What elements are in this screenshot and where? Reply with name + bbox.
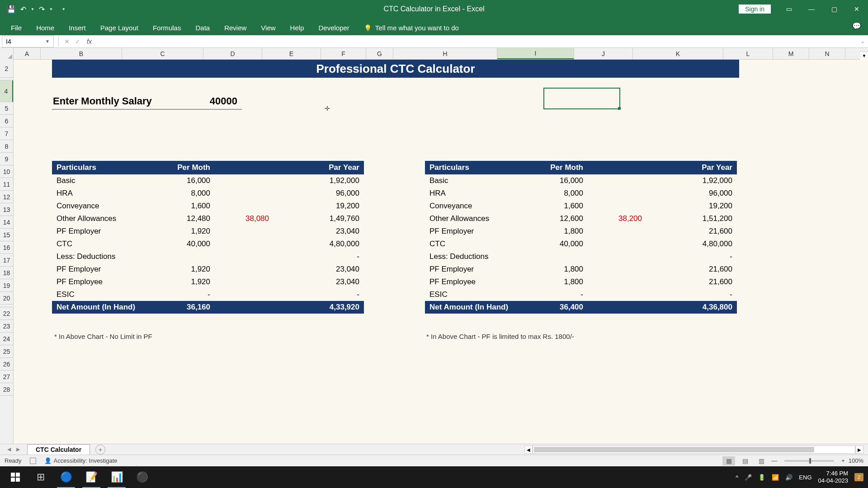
name-box[interactable]: I4 ▼ bbox=[2, 36, 54, 47]
row-header-6[interactable]: 6 bbox=[0, 115, 13, 127]
row-header-9[interactable]: 9 bbox=[0, 153, 13, 165]
formula-input[interactable] bbox=[95, 36, 857, 47]
cell-extra[interactable]: 38,080 bbox=[215, 212, 274, 225]
scroll-down-icon[interactable]: ▼ bbox=[860, 52, 868, 60]
cell-particular[interactable]: Basic bbox=[425, 174, 529, 187]
row-header-19[interactable]: 19 bbox=[0, 279, 13, 292]
undo-icon[interactable]: ↶ bbox=[20, 5, 26, 14]
cell-year[interactable]: 96,000 bbox=[646, 187, 737, 200]
cell-particular[interactable]: HRA bbox=[425, 187, 529, 200]
col-header-C[interactable]: C bbox=[122, 48, 203, 59]
zoom-level[interactable]: 100% bbox=[849, 457, 863, 464]
row-header-11[interactable]: 11 bbox=[0, 178, 13, 191]
cell-particular[interactable]: PF Employer bbox=[52, 263, 156, 276]
cell-year[interactable]: - bbox=[274, 250, 364, 263]
col-header-N[interactable]: N bbox=[809, 48, 845, 59]
sheet-nav-next-icon[interactable]: ▶ bbox=[14, 446, 23, 452]
cell-year[interactable]: 23,040 bbox=[274, 225, 364, 238]
sheet-content[interactable]: Professional CTC Calculator Enter Monthl… bbox=[14, 60, 868, 444]
col-header-H[interactable]: H bbox=[393, 48, 497, 59]
tab-home[interactable]: Home bbox=[29, 20, 61, 35]
row-header-10[interactable]: 10 bbox=[0, 165, 13, 178]
cell-month[interactable]: 1,800 bbox=[529, 263, 588, 276]
zoom-handle[interactable] bbox=[809, 458, 811, 464]
cell-year[interactable]: 1,49,760 bbox=[274, 212, 364, 225]
col-header-L[interactable]: L bbox=[723, 48, 773, 59]
cell-year[interactable]: 19,200 bbox=[274, 200, 364, 212]
select-all-button[interactable] bbox=[0, 48, 14, 60]
col-header-F[interactable]: F bbox=[321, 48, 366, 59]
cell-particular[interactable]: PF Employee bbox=[425, 276, 529, 288]
cell-year[interactable]: 23,040 bbox=[274, 263, 364, 276]
cell-particular[interactable]: CTC bbox=[425, 238, 529, 250]
notification-icon[interactable]: 2 bbox=[854, 473, 863, 481]
cell-particular[interactable]: ESIC bbox=[52, 288, 156, 301]
cell-month[interactable]: 40,000 bbox=[529, 238, 588, 250]
row-header-28[interactable]: 28 bbox=[0, 383, 13, 396]
zoom-slider[interactable] bbox=[784, 460, 834, 462]
cell-particular[interactable]: Less: Deductions bbox=[425, 250, 529, 263]
cell-month[interactable]: 1,920 bbox=[156, 263, 215, 276]
cell-particular[interactable]: Other Allowances bbox=[425, 212, 529, 225]
cell-extra[interactable] bbox=[588, 225, 646, 238]
task-view-icon[interactable]: ⊞ bbox=[28, 466, 53, 488]
scroll-left-icon[interactable]: ◀ bbox=[524, 446, 533, 454]
fx-icon[interactable]: fx bbox=[83, 38, 95, 45]
row-header-14[interactable]: 14 bbox=[0, 216, 13, 229]
cell-particular[interactable]: PF Employee bbox=[52, 276, 156, 288]
cell-particular[interactable]: PF Employer bbox=[425, 263, 529, 276]
tab-review[interactable]: Review bbox=[217, 20, 254, 35]
undo-dropdown-icon[interactable]: ▼ bbox=[31, 7, 34, 11]
cell-extra[interactable] bbox=[215, 238, 274, 250]
cell-month[interactable]: 40,000 bbox=[156, 238, 215, 250]
cell-year[interactable]: 23,040 bbox=[274, 276, 364, 288]
row-header-15[interactable]: 15 bbox=[0, 229, 13, 241]
col-header-M[interactable]: M bbox=[773, 48, 809, 59]
tray-chevron-icon[interactable]: ^ bbox=[736, 474, 738, 481]
row-header-17[interactable]: 17 bbox=[0, 254, 13, 267]
row-header-16[interactable]: 16 bbox=[0, 241, 13, 254]
cell-year[interactable]: 4,80,000 bbox=[274, 238, 364, 250]
cell-extra[interactable] bbox=[215, 263, 274, 276]
row-header-8[interactable]: 8 bbox=[0, 140, 13, 153]
tell-me-search[interactable]: 💡 Tell me what you want to do bbox=[357, 20, 466, 35]
cell-extra[interactable]: 38,200 bbox=[588, 212, 646, 225]
formula-expand-icon[interactable]: ⌄ bbox=[857, 39, 868, 44]
cell-extra[interactable] bbox=[215, 250, 274, 263]
col-header-B[interactable]: B bbox=[41, 48, 122, 59]
cell-particular[interactable]: CTC bbox=[52, 238, 156, 250]
tray-mic-icon[interactable]: 🎤 bbox=[745, 474, 752, 481]
save-icon[interactable]: 💾 bbox=[7, 5, 16, 14]
accessibility-status[interactable]: 👤 Accessibility: Investigate bbox=[44, 457, 118, 464]
cell-extra[interactable] bbox=[588, 263, 646, 276]
cell-particular[interactable]: HRA bbox=[52, 187, 156, 200]
row-header-7[interactable]: 7 bbox=[0, 127, 13, 140]
tab-page-layout[interactable]: Page Layout bbox=[93, 20, 146, 35]
col-header-A[interactable]: A bbox=[14, 48, 41, 59]
cell-year[interactable]: 4,80,000 bbox=[646, 238, 737, 250]
name-box-dropdown-icon[interactable]: ▼ bbox=[45, 39, 50, 44]
col-header-J[interactable]: J bbox=[574, 48, 633, 59]
cell-month[interactable] bbox=[529, 250, 588, 263]
tray-wifi-icon[interactable]: 📶 bbox=[772, 474, 779, 481]
tab-view[interactable]: View bbox=[254, 20, 283, 35]
cell-extra[interactable] bbox=[215, 225, 274, 238]
view-page-break-icon[interactable]: ▥ bbox=[755, 456, 768, 465]
cell-extra[interactable] bbox=[588, 174, 646, 187]
share-icon[interactable]: 💬 bbox=[852, 22, 861, 30]
cell-particular[interactable]: Other Allowances bbox=[52, 212, 156, 225]
cell-particular[interactable]: Less: Deductions bbox=[52, 250, 156, 263]
hscroll-thumb[interactable] bbox=[534, 447, 814, 452]
cell-month[interactable]: 12,480 bbox=[156, 212, 215, 225]
col-header-E[interactable]: E bbox=[262, 48, 321, 59]
close-icon[interactable]: ✕ bbox=[845, 0, 868, 18]
cell-extra[interactable] bbox=[588, 238, 646, 250]
ribbon-display-icon[interactable]: ▭ bbox=[778, 0, 800, 18]
qat-customize-icon[interactable]: ▼ bbox=[62, 7, 66, 11]
cell-month[interactable]: 1,920 bbox=[156, 276, 215, 288]
salary-value[interactable]: 40000 bbox=[210, 95, 242, 107]
cell-month[interactable]: 16,000 bbox=[529, 174, 588, 187]
cell-month[interactable]: 1,600 bbox=[529, 200, 588, 212]
cell-month[interactable]: 1,800 bbox=[529, 276, 588, 288]
taskbar-clock[interactable]: 7:46 PM 04-04-2023 bbox=[818, 470, 849, 484]
